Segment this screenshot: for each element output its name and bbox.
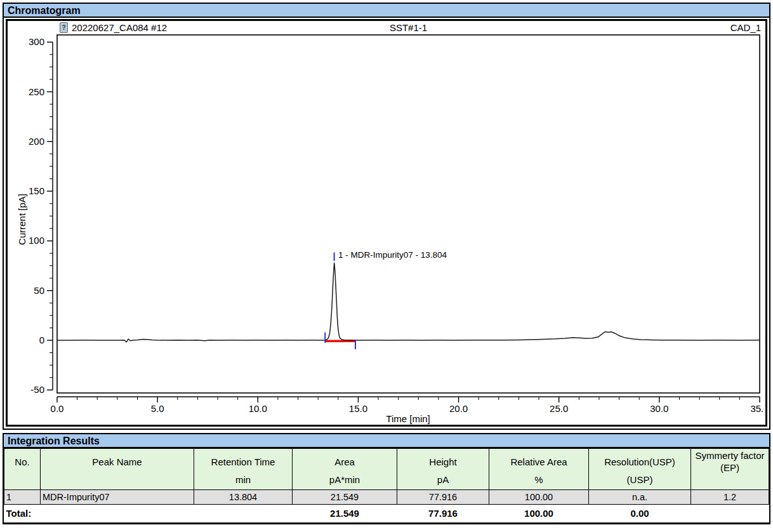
col-height: HeightpA [397, 449, 489, 490]
cell-area: 21.549 [293, 490, 397, 505]
x-tick-label: 10.0 [249, 403, 267, 414]
integration-results-panel: Integration Results No. Peak Name Retent… [3, 433, 770, 524]
integration-results-table: No. Peak Name Retention Timemin AreapA*m… [4, 448, 769, 522]
y-axis-title: Current [pA] [17, 194, 27, 245]
chromatogram-title-text: Chromatogram [8, 5, 81, 16]
table-header-row: No. Peak Name Retention Timemin AreapA*m… [4, 449, 769, 490]
x-tick-label: 0.0 [51, 403, 64, 414]
x-tick-label: 30.0 [650, 403, 668, 414]
chromatogram-panel-title: Chromatogram [4, 4, 769, 18]
chromatogram-chart-area[interactable]: 300250200150100500-500.05.010.015.020.02… [6, 19, 767, 427]
plot-frame [57, 35, 760, 393]
integration-results-title: Integration Results [4, 434, 769, 448]
cell-no: 1 [4, 490, 41, 505]
total-area: 21.549 [293, 505, 397, 522]
x-tick-label: 35.0 [750, 403, 764, 414]
chromatogram-plot[interactable]: 300250200150100500-500.05.010.015.020.02… [8, 21, 764, 425]
cell-retention-time: 13.804 [194, 490, 293, 505]
y-tick-label: 200 [29, 136, 44, 147]
total-label: Total: [4, 505, 293, 522]
peak-annotation: 1 - MDR-Impurity07 - 13.804 [338, 250, 447, 260]
integration-results-title-text: Integration Results [8, 436, 100, 446]
col-area: AreapA*min [293, 449, 397, 490]
col-retention-time: Retention Timemin [194, 449, 293, 490]
channel-name-label: CAD_1 [730, 22, 761, 33]
cell-peak-name: MDR-Impurity07 [41, 490, 194, 505]
cell-height: 77.916 [397, 490, 489, 505]
x-axis-title: Time [min] [386, 413, 430, 424]
x-tick-label: 25.0 [550, 403, 568, 414]
y-axis: 300250200150100500-50 [29, 36, 53, 395]
y-tick-label: 100 [29, 235, 44, 246]
y-tick-label: -50 [30, 384, 44, 395]
col-symmetry-factor: Symmerty factor (EP) [691, 449, 769, 490]
y-tick-label: 150 [29, 185, 44, 196]
x-tick-label: 20.0 [449, 403, 468, 414]
y-tick-label: 50 [34, 285, 44, 296]
total-symmetry [691, 505, 769, 522]
chromatogram-trace [57, 263, 760, 342]
x-tick-label: 15.0 [349, 403, 367, 414]
total-height: 77.916 [397, 505, 489, 522]
col-relative-area: Relative Area% [489, 449, 589, 490]
y-tick-label: 250 [29, 86, 44, 97]
col-peak-name: Peak Name [41, 449, 194, 490]
sample-name-label: SST#1-1 [57, 22, 760, 33]
total-relative-area: 100.00 [489, 505, 589, 522]
total-resolution: 0.00 [589, 505, 691, 522]
y-tick-label: 300 [29, 36, 44, 47]
chromatogram-panel: Chromatogram 300250200150100500-500.05.0… [3, 3, 770, 430]
x-tick-label: 5.0 [151, 403, 164, 414]
cell-symmetry: 1.2 [691, 490, 769, 505]
table-row[interactable]: 1 MDR-Impurity07 13.804 21.549 77.916 10… [4, 490, 769, 505]
cell-resolution: n.a. [589, 490, 691, 505]
y-tick-label: 0 [39, 335, 44, 345]
x-axis: 0.05.010.015.020.025.030.035.0 [51, 397, 764, 414]
cell-relative-area: 100.00 [489, 490, 589, 505]
report-page: Chromatogram 300250200150100500-500.05.0… [0, 0, 773, 527]
col-resolution: Resolution(USP)(USP) [589, 449, 691, 490]
col-no: No. [4, 449, 41, 490]
table-total-row: Total: 21.549 77.916 100.00 0.00 [4, 505, 769, 522]
